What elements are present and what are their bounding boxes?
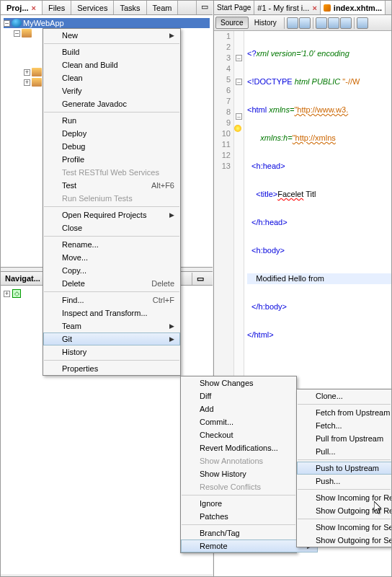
menu-item-pull-from-upstream[interactable]: Pull from Upstream: [297, 432, 392, 445]
tab-label: Proj...: [6, 4, 29, 12]
menu-item-show-outgoing-for-repo[interactable]: Show Outgoing for Repo: [297, 504, 392, 517]
bulb-icon[interactable]: [234, 125, 241, 132]
menu-separator: [44, 236, 179, 237]
code-token: xmlns=: [269, 105, 294, 114]
expander-icon[interactable]: –: [4, 20, 10, 27]
menu-item-label: Resolve Conflicts: [200, 483, 261, 491]
close-icon[interactable]: ×: [312, 4, 316, 12]
menu-item-team[interactable]: Team▶: [43, 320, 180, 332]
git-submenu[interactable]: Show ChangesDiff▶AddCommit...Checkout▶Re…: [180, 376, 297, 553]
menu-item-verify[interactable]: Verify: [43, 84, 180, 97]
code-token: <html: [247, 105, 269, 114]
tab-tasks[interactable]: Tasks: [114, 1, 146, 14]
separator: [354, 17, 355, 29]
menu-item-label: Show History: [200, 470, 246, 478]
menu-item-label: Push to Upstream: [316, 464, 379, 472]
toolbar-icon[interactable]: [287, 17, 298, 29]
menu-item-clone[interactable]: Clone...: [297, 389, 392, 402]
menu-item-rename[interactable]: Rename...: [43, 238, 180, 251]
toolbar-icon[interactable]: [357, 17, 368, 29]
menu-item-run[interactable]: Run: [43, 114, 180, 127]
toolbar-icon[interactable]: [328, 17, 339, 29]
expander-icon[interactable]: +: [24, 69, 30, 76]
tab-label: index.xhtm...: [334, 4, 382, 12]
close-icon[interactable]: ×: [32, 4, 36, 12]
menu-item-label: Fetch...: [316, 421, 342, 430]
remote-submenu[interactable]: Clone...Fetch from UpstreamFetch...Pull …: [296, 389, 392, 547]
menu-separator: [44, 206, 179, 207]
menu-item-debug[interactable]: Debug: [43, 140, 180, 153]
fold-icon[interactable]: –: [236, 113, 242, 120]
left-tab-bar: Proj...× Files Services Tasks Team ▭: [1, 1, 213, 15]
tab-index-xhtml[interactable]: index.xhtm...: [321, 1, 386, 14]
menu-item-open-required-projects[interactable]: Open Required Projects▶: [43, 208, 180, 221]
minimize-icon[interactable]: ▭: [196, 1, 213, 14]
project-context-menu[interactable]: New▶BuildClean and BuildCleanVerifyGener…: [43, 28, 181, 376]
menu-item-label: Revert Modifications...: [200, 444, 278, 452]
fold-icon[interactable]: –: [236, 79, 242, 85]
code-token: PUBLIC: [312, 77, 343, 86]
menu-item-profile[interactable]: Profile: [43, 153, 180, 166]
fold-icon[interactable]: –: [236, 55, 242, 61]
code-content[interactable]: <?xml version='1.0' encoding <!DOCTYPE h…: [244, 31, 391, 414]
menu-item-close[interactable]: Close: [43, 221, 180, 234]
menu-shortcut: Alt+F6: [137, 181, 174, 190]
source-button[interactable]: Source: [215, 17, 249, 29]
menu-item-find[interactable]: Find...Ctrl+F: [43, 294, 180, 307]
fold-gutter[interactable]: – – –: [234, 31, 244, 414]
menu-item-history[interactable]: History: [43, 345, 180, 358]
line-number-gutter: 12345678910111213: [214, 31, 234, 414]
tab-files[interactable]: Files: [43, 1, 71, 14]
menu-item-show-incoming-for-selec[interactable]: Show Incoming for Selec: [297, 521, 392, 534]
toolbar-icon[interactable]: [316, 17, 327, 29]
menu-item-label: Show Outgoing for Repo: [316, 506, 392, 515]
menu-item-label: Clean and Build: [62, 61, 118, 69]
menu-item-move[interactable]: Move...: [43, 251, 180, 264]
menu-item-copy[interactable]: Copy...: [43, 264, 180, 277]
menu-item-clean-and-build[interactable]: Clean and Build: [43, 58, 180, 71]
menu-item-inspect-and-transform[interactable]: Inspect and Transform...: [43, 307, 180, 320]
tab-team[interactable]: Team: [147, 1, 179, 14]
tab-issue[interactable]: #1 - My first i... ×: [254, 1, 321, 14]
menu-item-fetch[interactable]: Fetch...: [297, 419, 392, 432]
tab-projects[interactable]: Proj...×: [1, 1, 43, 14]
menu-item-label: Remote: [200, 542, 228, 550]
menu-item-pull[interactable]: Pull...: [297, 445, 392, 458]
menu-item-label: Show Annotations: [200, 457, 263, 465]
menu-item-show-changes[interactable]: Show Changes: [181, 376, 318, 389]
menu-item-delete[interactable]: DeleteDelete: [43, 277, 180, 290]
menu-item-test[interactable]: TestAlt+F6: [43, 179, 180, 192]
menu-item-fetch-from-upstream[interactable]: Fetch from Upstream: [297, 406, 392, 419]
history-button[interactable]: History: [249, 17, 282, 29]
menu-item-label: Show Incoming for Selec: [316, 523, 392, 532]
menu-item-label: Deploy: [62, 129, 86, 138]
menu-item-label: Pull from Upstream: [316, 434, 383, 443]
toolbar-icon[interactable]: [299, 17, 311, 29]
menu-item-show-incoming-for-repo[interactable]: Show Incoming for Repo: [297, 491, 392, 504]
menu-item-new[interactable]: New▶: [43, 29, 180, 42]
expander-icon[interactable]: +: [24, 79, 30, 86]
menu-separator: [44, 43, 179, 44]
menu-item-build[interactable]: Build: [43, 45, 180, 58]
menu-separator: [182, 495, 295, 495]
tab-start-page[interactable]: Start Page: [214, 1, 254, 14]
menu-item-show-outgoing-for-selec[interactable]: Show Outgoing for Selec: [297, 534, 392, 547]
menu-item-generate-javadoc[interactable]: Generate Javadoc: [43, 97, 180, 110]
menu-item-clean[interactable]: Clean: [43, 71, 180, 84]
tree-root[interactable]: – MyWebApp: [4, 18, 210, 28]
menu-item-push-to-upstream[interactable]: Push to Upstream: [297, 462, 392, 475]
code-token: <!DOCTYPE: [247, 77, 295, 86]
menu-item-git[interactable]: Git▶: [43, 332, 180, 345]
menu-item-deploy[interactable]: Deploy: [43, 127, 180, 140]
expander-icon[interactable]: +: [4, 291, 10, 297]
expander-icon[interactable]: –: [14, 30, 20, 37]
tab-services[interactable]: Services: [71, 1, 114, 14]
menu-separator: [44, 112, 179, 113]
menu-item-properties[interactable]: Properties: [43, 362, 180, 375]
minimize-icon[interactable]: ▭: [192, 273, 208, 285]
menu-item-label: Git: [62, 335, 72, 343]
menu-item-push[interactable]: Push...: [297, 475, 392, 488]
tree-item-label: MyWebApp: [23, 19, 64, 27]
code-editor[interactable]: 12345678910111213 – – – <?xml version='1…: [214, 31, 391, 414]
toolbar-icon[interactable]: [340, 17, 352, 29]
